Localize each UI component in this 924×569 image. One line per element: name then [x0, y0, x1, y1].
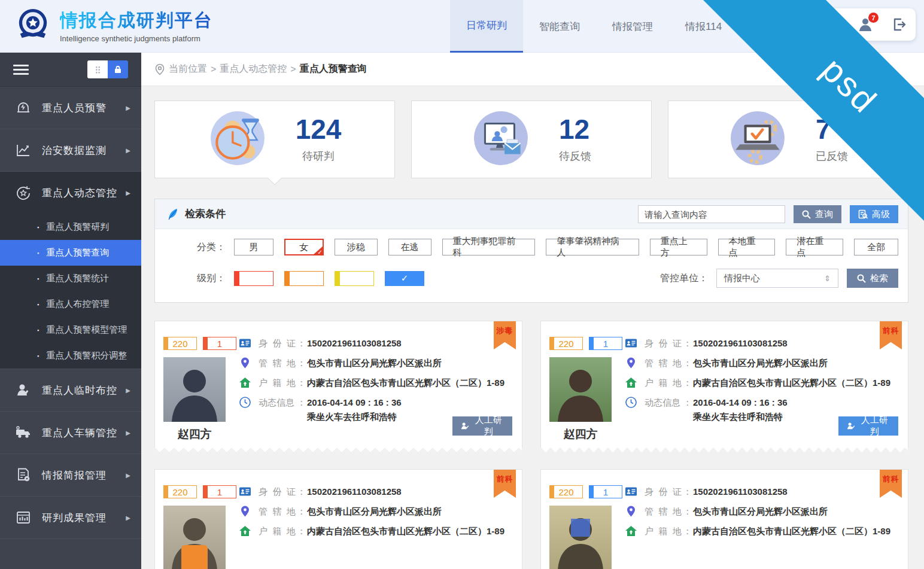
- nav-tab-special-topic[interactable]: 专题研判: [738, 0, 811, 53]
- manual-judgment-button[interactable]: 人工研判: [452, 416, 512, 436]
- colon: ：: [297, 396, 306, 409]
- colon: ：: [683, 396, 692, 409]
- sidebar-subitem-control-management[interactable]: ▪ 重点人布控管理: [0, 291, 141, 317]
- field-label: 户籍地: [645, 525, 682, 537]
- person-photo[interactable]: [163, 357, 226, 422]
- category-fugitive[interactable]: 在逃: [388, 239, 431, 255]
- nav-tab-intel-114[interactable]: 情报114: [669, 0, 738, 53]
- activity-desc: 乘坐火车去往呼和浩特: [693, 410, 788, 423]
- stat-card-feedback-done[interactable]: 7 已反馈: [668, 101, 908, 178]
- manual-judgment-button[interactable]: 人工研判: [838, 416, 898, 436]
- stat-label: 待研判: [296, 149, 342, 163]
- sidebar-pin-toggle[interactable]: [87, 60, 128, 78]
- stat-card-pending-feedback[interactable]: 12 待反馈: [411, 101, 652, 178]
- unit-label: 管控单位：: [660, 272, 708, 285]
- id-row: 身份证： 1502021961103081258: [239, 337, 513, 349]
- level-red[interactable]: [234, 271, 273, 286]
- colon: ：: [683, 337, 692, 349]
- residence-value: 内蒙古自治区包头市青山区光辉小区（二区）1-89: [693, 525, 890, 537]
- sidebar-item-vehicle-control[interactable]: 重点人车辆管控 ▶: [0, 412, 141, 454]
- person-card: 220 1 赵四方 身份证： 1502021961103081258 管辖地：: [154, 321, 522, 448]
- chevron-right-icon: ▶: [126, 190, 130, 196]
- sidebar-item-dynamic-control[interactable]: 重点人动态管控 ▶: [0, 172, 141, 214]
- sidebar-subitem-warning-statistics[interactable]: ▪ 重点人预警统计: [0, 266, 141, 291]
- nav-tab-intel-management[interactable]: 情报管理: [596, 0, 669, 53]
- sidebar-item-label: 研判成果管理: [42, 511, 107, 525]
- person-info: 身份证： 1502021961103081258 管辖地： 包头市青山区分局光辉…: [239, 485, 513, 544]
- document-gear-icon: [14, 466, 32, 484]
- sidebar-item-temporary-control[interactable]: 重点人临时布控 ▶: [0, 369, 141, 412]
- field-label: 身份证: [645, 485, 682, 498]
- blurred-face-overlay: [571, 519, 590, 537]
- sidebar-subitem-warning-judgment[interactable]: ▪ 重点人预警研判: [0, 214, 141, 240]
- clock-icon: [239, 396, 251, 409]
- colon: ：: [683, 357, 692, 369]
- category-major-crime[interactable]: 重大刑事犯罪前科: [442, 239, 536, 255]
- id-value: 1502021961103081258: [307, 485, 402, 498]
- category-mental-illness[interactable]: 肇事肇祸精神病人: [546, 239, 639, 255]
- stat-card-pending-judgment[interactable]: 124 待研判: [154, 101, 395, 178]
- stat-text: 124 待研判: [296, 115, 342, 163]
- sidebar-item-label: 重点人临时布控: [42, 384, 117, 397]
- breadcrumb-level1[interactable]: 重点人动态管控: [220, 63, 287, 75]
- sidebar-subitem-label: 重点人预警查询: [46, 247, 109, 258]
- sidebar-subitem-warning-query[interactable]: ▪ 重点人预警查询: [0, 240, 141, 266]
- field-label: 动态信息: [645, 396, 682, 409]
- zigzag-edge: [541, 448, 908, 452]
- residence-value: 内蒙古自治区包头市青山区光辉小区（二区）1-89: [693, 376, 890, 389]
- monitor-message-icon: [472, 109, 530, 170]
- logout-icon[interactable]: [891, 17, 907, 32]
- stat-value: 12: [559, 115, 591, 143]
- bullet-icon: ▪: [37, 224, 39, 230]
- bullet-icon: ▪: [37, 327, 39, 333]
- category-all[interactable]: 全部: [854, 239, 898, 255]
- person-photo[interactable]: [549, 506, 612, 569]
- badge-group: 220 1: [163, 485, 236, 498]
- nav-tab-smart-query[interactable]: 智能查询: [523, 0, 596, 53]
- sidebar-item-key-person-warning[interactable]: 重点人员预警 ▶: [0, 87, 141, 129]
- badge-group: 220 1: [163, 337, 236, 350]
- nav-tab-daily-judgment[interactable]: 日常研判: [450, 0, 523, 53]
- breadcrumb-current: 重点人预警查询: [300, 63, 367, 75]
- search-button[interactable]: 检索: [847, 269, 898, 288]
- sidebar-subitem-score-adjust[interactable]: ▪ 重点人预警积分调整: [0, 343, 141, 369]
- field-label: 管辖地: [259, 505, 296, 518]
- category-potential-key[interactable]: 潜在重点: [786, 239, 843, 255]
- sidebar-item-results-management[interactable]: 研判成果管理 ▶: [0, 497, 141, 539]
- category-male[interactable]: 男: [234, 239, 273, 255]
- person-photo[interactable]: [163, 506, 226, 569]
- field-label: 管辖地: [259, 357, 296, 369]
- category-stability[interactable]: 涉稳: [335, 239, 378, 255]
- query-button[interactable]: 查询: [794, 205, 841, 223]
- sidebar-subitem-model-management[interactable]: ▪ 重点人预警模型管理: [0, 317, 141, 343]
- sidebar-subitem-label: 重点人预警研判: [46, 221, 109, 233]
- sidebar-subitem-label: 重点人预警积分调整: [46, 350, 127, 361]
- stat-text: 7 已反馈: [816, 115, 848, 163]
- colon: ：: [683, 485, 692, 498]
- app-subtitle: Intelligence synthetic judgments platfor…: [60, 34, 213, 43]
- activity-value: 2016-04-14 09 : 16 : 36 乘坐火车去往呼和浩特: [693, 396, 788, 423]
- stat-value: 124: [296, 115, 342, 143]
- sidebar-item-security-data-monitor[interactable]: 治安数据监测 ▶: [0, 129, 141, 172]
- orange-vest: [181, 545, 208, 569]
- field-label: 户籍地: [259, 525, 296, 537]
- undo-icon[interactable]: [824, 17, 840, 32]
- search-input[interactable]: [638, 205, 785, 223]
- main-nav: 日常研判 智能查询 情报管理 情报114 专题研判: [450, 0, 811, 53]
- sidebar-item-label: 重点人车辆管控: [42, 426, 117, 440]
- user-notifications-icon[interactable]: 7: [858, 17, 873, 32]
- menu-toggle-icon[interactable]: [13, 62, 29, 77]
- sidebar-item-briefing-management[interactable]: 情报简报管理 ▶: [0, 454, 141, 497]
- unit-select[interactable]: 情报中心 ⇕: [716, 269, 838, 288]
- level-orange[interactable]: [284, 271, 324, 286]
- chevron-right-icon: ▶: [126, 430, 130, 436]
- category-local-key[interactable]: 本地重点: [718, 239, 776, 255]
- category-key-upper[interactable]: 重点上方: [650, 239, 707, 255]
- person-photo[interactable]: [549, 357, 612, 422]
- category-female[interactable]: 女 ✓: [284, 239, 324, 255]
- level-blue-checked[interactable]: ✓: [385, 271, 424, 286]
- breadcrumb-separator: >: [290, 64, 296, 75]
- level-yellow[interactable]: [335, 271, 374, 286]
- advanced-button[interactable]: 高级: [850, 205, 898, 223]
- colon: ：: [683, 376, 692, 389]
